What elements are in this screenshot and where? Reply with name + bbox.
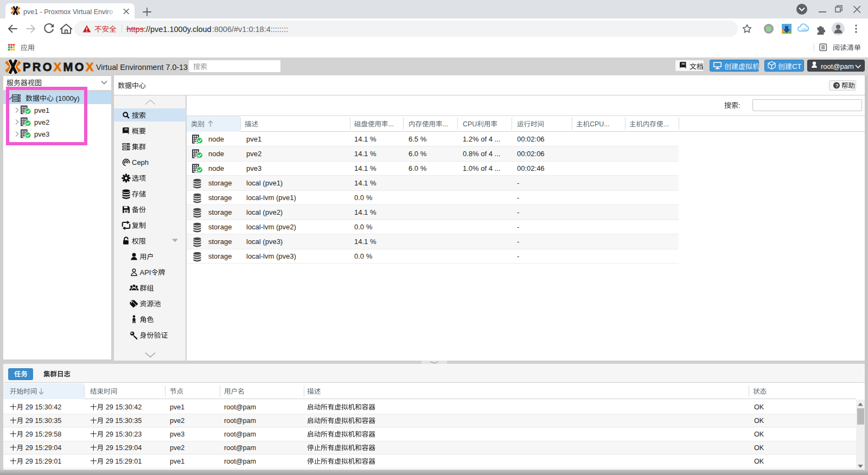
svg-text:CPU...: CPU... bbox=[590, 120, 610, 128]
svg-text:-: - bbox=[517, 252, 519, 260]
svg-text:OK: OK bbox=[754, 403, 764, 411]
svg-text:...: ... bbox=[443, 120, 448, 128]
svg-text:R: R bbox=[33, 61, 41, 74]
svg-text:storage: storage bbox=[208, 179, 232, 187]
svg-text:1.0% of 4 ...: 1.0% of 4 ... bbox=[463, 164, 500, 172]
svg-text:6.0 %: 6.0 % bbox=[409, 150, 427, 158]
svg-text:29 15:29:04: 29 15:29:04 bbox=[106, 444, 142, 452]
svg-text:root@pam: root@pam bbox=[224, 458, 256, 465]
svg-text:storage: storage bbox=[208, 238, 232, 246]
svg-text:local (pve2): local (pve2) bbox=[246, 208, 283, 216]
svg-text:29 15:29:01: 29 15:29:01 bbox=[25, 458, 62, 465]
svg-text:node: node bbox=[208, 164, 224, 172]
svg-text:API: API bbox=[140, 268, 151, 277]
svg-text:OK: OK bbox=[754, 444, 764, 452]
svg-text:storage: storage bbox=[208, 252, 232, 260]
svg-text:29 15:30:42: 29 15:30:42 bbox=[106, 403, 142, 411]
svg-text:29 15:29:01: 29 15:29:01 bbox=[106, 458, 142, 465]
svg-text:29 15:29:58: 29 15:29:58 bbox=[25, 431, 62, 438]
svg-text:...: ... bbox=[663, 120, 669, 128]
svg-text::8006/#v1:0:18:4::::::::: :8006/#v1:0:18:4:::::::: bbox=[212, 25, 288, 34]
svg-text:-: - bbox=[517, 238, 519, 246]
svg-text:-: - bbox=[517, 194, 519, 202]
svg-text:M: M bbox=[63, 61, 73, 74]
svg-text:CT: CT bbox=[792, 62, 801, 70]
svg-text:6.5 %: 6.5 % bbox=[409, 135, 427, 143]
svg-text:14.1 %: 14.1 % bbox=[354, 179, 376, 187]
svg-text:://pve1.1000y.cloud: ://pve1.1000y.cloud bbox=[144, 25, 212, 34]
svg-text:29 15:29:04: 29 15:29:04 bbox=[25, 444, 62, 452]
svg-text:00:02:06: 00:02:06 bbox=[517, 150, 545, 158]
svg-text:X: X bbox=[86, 61, 94, 74]
svg-text:local-lvm (pve3): local-lvm (pve3) bbox=[246, 252, 296, 260]
svg-text:pve3: pve3 bbox=[246, 164, 261, 172]
svg-text:P: P bbox=[23, 61, 30, 74]
svg-text:pve1: pve1 bbox=[170, 458, 184, 465]
svg-text::: : bbox=[738, 101, 741, 110]
svg-text:CPU: CPU bbox=[463, 120, 477, 128]
svg-text:0.0 %: 0.0 % bbox=[354, 223, 373, 231]
svg-text:node: node bbox=[208, 135, 224, 143]
svg-text:local-lvm (pve2): local-lvm (pve2) bbox=[246, 223, 296, 231]
svg-text:-: - bbox=[517, 179, 519, 187]
svg-text:node: node bbox=[208, 150, 224, 158]
svg-text:X: X bbox=[54, 61, 62, 74]
svg-text:storage: storage bbox=[208, 223, 232, 231]
svg-text:root@pam: root@pam bbox=[224, 417, 256, 425]
svg-text:6.0 %: 6.0 % bbox=[409, 164, 427, 172]
svg-text:pve1 - Proxmox Virtual Enviro: pve1 - Proxmox Virtual Enviro bbox=[23, 8, 113, 16]
svg-text:14.1 %: 14.1 % bbox=[354, 238, 376, 246]
svg-text:00:02:46: 00:02:46 bbox=[517, 164, 545, 172]
svg-text:root@pam: root@pam bbox=[224, 431, 256, 438]
svg-text:29 15:30:23: 29 15:30:23 bbox=[106, 431, 142, 438]
svg-text:29 15:30:35: 29 15:30:35 bbox=[25, 417, 62, 425]
svg-text:OK: OK bbox=[754, 431, 764, 438]
svg-text:29 15:30:42: 29 15:30:42 bbox=[25, 403, 62, 411]
svg-text:29 15:30:35: 29 15:30:35 bbox=[106, 417, 142, 425]
svg-text:root@pam: root@pam bbox=[224, 403, 256, 411]
svg-text:pve1: pve1 bbox=[246, 135, 261, 143]
svg-text:-: - bbox=[517, 208, 519, 216]
svg-text:O: O bbox=[43, 61, 52, 74]
svg-text:local (pve3): local (pve3) bbox=[246, 238, 283, 246]
svg-text:pve2: pve2 bbox=[246, 150, 261, 158]
svg-text:Virtual Environment 7.0-13: Virtual Environment 7.0-13 bbox=[96, 63, 188, 72]
svg-text:local (pve1): local (pve1) bbox=[246, 179, 283, 187]
svg-text:-: - bbox=[517, 223, 519, 231]
svg-text:?: ? bbox=[835, 82, 839, 88]
svg-text:1000: 1000 bbox=[801, 28, 807, 31]
svg-text:pve3: pve3 bbox=[170, 431, 184, 438]
svg-text:pve1: pve1 bbox=[170, 403, 184, 411]
svg-text:Ceph: Ceph bbox=[132, 158, 149, 166]
svg-text:OK: OK bbox=[754, 417, 764, 425]
svg-text:...: ... bbox=[388, 120, 394, 128]
svg-text:pve2: pve2 bbox=[170, 417, 184, 425]
svg-text:14.1 %: 14.1 % bbox=[354, 135, 376, 143]
svg-text:00:02:06: 00:02:06 bbox=[517, 135, 545, 143]
svg-text:OK: OK bbox=[754, 458, 764, 465]
svg-text:0.0 %: 0.0 % bbox=[354, 194, 373, 202]
svg-text:0.0 %: 0.0 % bbox=[354, 252, 373, 260]
svg-text:O: O bbox=[75, 61, 84, 74]
svg-text:root@pam: root@pam bbox=[224, 444, 256, 452]
svg-text:1.2% of 4 ...: 1.2% of 4 ... bbox=[463, 135, 500, 143]
svg-text:local-lvm (pve1): local-lvm (pve1) bbox=[246, 194, 296, 202]
svg-text:0.8% of 4 ...: 0.8% of 4 ... bbox=[463, 150, 500, 158]
svg-text:14.1 %: 14.1 % bbox=[354, 150, 376, 158]
svg-text:pve2: pve2 bbox=[170, 444, 184, 452]
svg-text:storage: storage bbox=[208, 208, 232, 216]
svg-text:root@pam: root@pam bbox=[821, 62, 854, 70]
svg-text:storage: storage bbox=[208, 194, 232, 202]
svg-text:14.1 %: 14.1 % bbox=[354, 208, 376, 216]
svg-text:14.1 %: 14.1 % bbox=[354, 164, 376, 172]
